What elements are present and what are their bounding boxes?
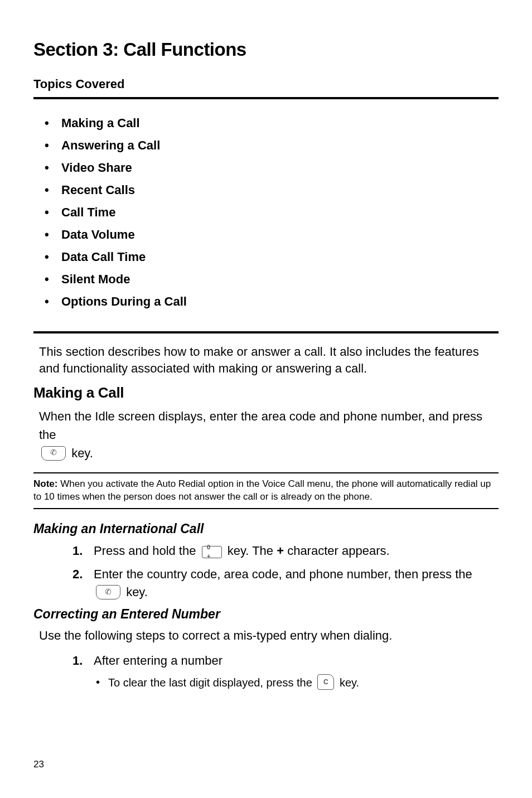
divider [33, 331, 499, 333]
topic-item: Recent Calls [45, 183, 499, 197]
international-steps: 1. Press and hold the 0 + key. The + cha… [72, 542, 499, 601]
step-text: character appears. [287, 544, 389, 558]
step-item: 1. Press and hold the 0 + key. The + cha… [72, 542, 499, 560]
sub-bullet-text: To clear the last digit displayed, press… [108, 676, 315, 689]
making-a-call-body: When the Idle screen displays, enter the… [39, 407, 499, 462]
clear-key-icon: C [317, 674, 334, 690]
sub-bullet-item: To clear the last digit displayed, press… [94, 674, 499, 690]
sub-bullet-text: key. [340, 676, 359, 689]
page-number: 23 [33, 759, 44, 770]
step-text: After entering a number [94, 654, 223, 668]
topic-item: Video Share [45, 161, 499, 175]
step-number: 2. [72, 565, 83, 583]
note-label: Note: [33, 478, 57, 489]
zero-plus-key-icon: 0 + [202, 546, 222, 558]
topic-item: Call Time [45, 205, 499, 220]
step-item: 2. Enter the country code, area code, an… [72, 565, 499, 601]
intro-paragraph: This section describes how to make or an… [39, 344, 499, 376]
sub-bullet-list: To clear the last digit displayed, press… [94, 674, 499, 690]
step-number: 1. [72, 652, 83, 670]
section-title: Section 3: Call Functions [33, 39, 499, 60]
topic-item: Making a Call [45, 116, 499, 130]
step-text: Enter the country code, area code, and p… [94, 567, 472, 581]
step-text: Press and hold the [94, 544, 200, 558]
step-text: key. [126, 585, 148, 599]
making-a-call-text-before: When the Idle screen displays, enter the… [39, 409, 482, 442]
note-block: Note: When you activate the Auto Redial … [33, 472, 499, 509]
topics-covered-header: Topics Covered [33, 77, 499, 99]
making-a-call-heading: Making a Call [33, 384, 499, 402]
topic-item: Answering a Call [45, 138, 499, 153]
correcting-number-heading: Correcting an Entered Number [33, 607, 499, 622]
international-call-heading: Making an International Call [33, 521, 499, 536]
send-key-icon: ✆ [96, 585, 120, 599]
plus-char: + [277, 544, 284, 558]
step-text: key. The [228, 544, 277, 558]
correcting-steps: 1. After entering a number To clear the … [72, 652, 499, 690]
topic-item: Data Volume [45, 228, 499, 242]
send-key-icon: ✆ [41, 446, 66, 461]
topic-item: Options During a Call [45, 294, 499, 309]
topics-list: Making a Call Answering a Call Video Sha… [45, 116, 499, 309]
step-item: 1. After entering a number To clear the … [72, 652, 499, 690]
correcting-body: Use the following steps to correct a mis… [39, 627, 499, 644]
making-a-call-text-after: key. [71, 446, 93, 460]
topic-item: Data Call Time [45, 250, 499, 264]
note-body: When you activate the Auto Redial option… [33, 478, 491, 502]
topic-item: Silent Mode [45, 272, 499, 287]
manual-page: Section 3: Call Functions Topics Covered… [0, 0, 532, 798]
step-number: 1. [72, 542, 83, 560]
